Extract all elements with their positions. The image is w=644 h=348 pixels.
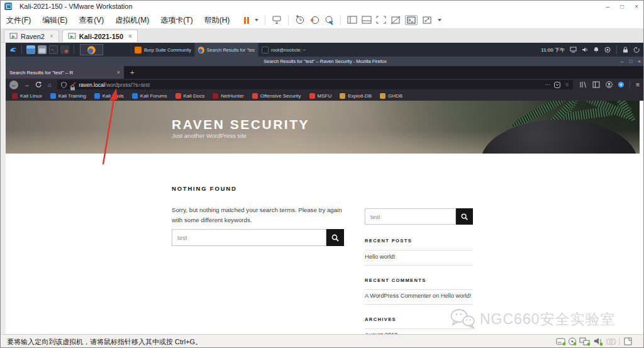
bookmark-exploit-db[interactable]: Exploit-DB	[340, 93, 372, 99]
message-log-icon[interactable]	[625, 338, 631, 345]
main-search-button[interactable]	[326, 229, 344, 246]
revert-snapshot-button[interactable]	[309, 15, 319, 25]
bookmark-msfu[interactable]: MSFU	[309, 93, 332, 99]
bookmark-kali-forums[interactable]: Kali Forums	[132, 93, 167, 99]
show-desktop-icon[interactable]	[26, 45, 35, 54]
lock-screen-icon[interactable]	[623, 47, 628, 53]
vm-maximize-button[interactable]: □	[620, 3, 624, 10]
browser-tab-search-results[interactable]: Search Results for "test" – R ×	[6, 66, 124, 79]
bookmark-offensive-security[interactable]: Offensive Security	[252, 93, 301, 99]
notifications-bell-icon[interactable]	[593, 47, 599, 53]
bookmark-ghdb[interactable]: GHDB	[380, 93, 402, 99]
foxyproxy-icon[interactable]	[618, 82, 624, 87]
manage-snapshots-button[interactable]	[324, 15, 334, 25]
fullscreen-button[interactable]	[376, 16, 386, 25]
menu-icon[interactable]: ≡	[636, 81, 640, 88]
bookmark-kali-training[interactable]: Kali Training	[50, 93, 86, 99]
ff-close-button[interactable]: ×	[638, 59, 641, 64]
library-icon[interactable]	[579, 81, 587, 88]
pause-vm-button[interactable]	[244, 17, 249, 24]
recent-comment-link[interactable]: A WordPress Commenter on Hello world!	[365, 293, 473, 299]
taskbar-item-terminal[interactable]: root@nocircle: ~	[258, 43, 321, 57]
sidebar-search-form	[365, 208, 473, 225]
stretch-view-button[interactable]	[422, 16, 432, 25]
ff-minimize-button[interactable]: –	[621, 59, 623, 64]
menu-edit[interactable]: 编辑(E)	[36, 15, 73, 26]
network-status-icon[interactable]	[604, 47, 611, 53]
account-icon[interactable]	[606, 81, 613, 88]
search-icon	[331, 234, 339, 242]
bookmark-kali-linux[interactable]: Kali Linux	[12, 93, 42, 99]
vm-tabs-bar: Raven2 × Kali-2021-150 ×	[1, 29, 644, 43]
bookmark-label: Exploit-DB	[348, 93, 372, 99]
url-path: /wordpress/?s=test	[105, 82, 150, 88]
vm-close-button[interactable]: ×	[635, 3, 638, 10]
sidebar-toggle-icon[interactable]	[592, 81, 600, 88]
bookmark-nethunter[interactable]: NetHunter	[213, 93, 243, 99]
tab-close-icon[interactable]: ×	[117, 69, 120, 76]
panel-clock[interactable]: 11:00 下午	[541, 47, 565, 53]
bookmark-label: Kali Docs	[184, 93, 205, 99]
power-icon[interactable]	[633, 47, 640, 53]
take-snapshot-button[interactable]	[295, 15, 305, 25]
vm-tab-close-icon[interactable]: ×	[128, 33, 132, 40]
cdrom-status-icon[interactable]	[569, 338, 577, 345]
page-actions-icon[interactable]: ⋯	[545, 82, 550, 87]
menu-view[interactable]: 查看(V)	[73, 15, 109, 26]
url-text[interactable]: raven.local/wordpress/?s=test	[79, 82, 541, 88]
screenshot-tool-icon[interactable]	[60, 45, 69, 54]
vmware-statusbar: 要将输入定向到该虚拟机，请将鼠标指针移入其中或按 Ctrl+G。	[1, 334, 644, 348]
recent-posts-title: RECENT POSTS	[365, 238, 412, 244]
stretch-dropdown-icon[interactable]	[438, 19, 441, 21]
display-icon[interactable]	[570, 47, 577, 53]
menu-tabs[interactable]: 选项卡(T)	[155, 15, 198, 26]
pause-dropdown-icon[interactable]	[255, 19, 258, 21]
insecure-lock-icon[interactable]	[70, 82, 75, 88]
network-adapter-status-icon[interactable]	[580, 338, 590, 345]
bookmark-kali-tools[interactable]: Kali Tools	[94, 93, 124, 99]
ff-maximize-button[interactable]: □	[629, 59, 632, 64]
vm-tab-raven2[interactable]: Raven2 ×	[4, 30, 59, 42]
site-title[interactable]: RAVEN SECURITY	[172, 117, 309, 132]
vm-tab-close-icon[interactable]: ×	[50, 33, 53, 40]
active-app-indicator[interactable]	[80, 44, 103, 55]
console-view-button[interactable]	[405, 15, 418, 25]
terminal-launcher-icon[interactable]: >_	[49, 45, 58, 54]
vm-tab-kali[interactable]: Kali-2021-150 ×	[62, 30, 138, 42]
taskbar-item-burp[interactable]: Burp Suite Community E...	[131, 43, 194, 57]
hard-disk-status-icon[interactable]	[557, 339, 565, 345]
vm-icon	[9, 33, 18, 40]
reload-button[interactable]	[35, 81, 42, 88]
forward-button[interactable]: →	[24, 82, 30, 88]
recent-post-link[interactable]: Hello world!	[365, 254, 473, 260]
sound-status-icon[interactable]	[594, 338, 602, 345]
menu-help[interactable]: 帮助(H)	[199, 15, 236, 26]
menu-file[interactable]: 文件(F)	[1, 15, 36, 26]
bookmark-star-icon[interactable]: ☆	[565, 82, 569, 87]
vm-tab-label: Raven2	[21, 33, 45, 40]
show-thumbnails-button[interactable]	[362, 16, 372, 25]
main-search-input[interactable]	[172, 229, 326, 246]
back-button[interactable]: ←	[9, 81, 18, 89]
show-library-button[interactable]	[347, 16, 357, 25]
bookmark-label: Kali Tools	[103, 93, 124, 99]
volume-icon[interactable]	[582, 47, 588, 53]
home-button[interactable]: ⌂	[48, 82, 51, 88]
new-tab-button[interactable]: +	[130, 69, 134, 76]
bookmark-kali-docs[interactable]: Kali Docs	[175, 93, 205, 99]
sidebar-search-input[interactable]	[365, 208, 456, 225]
camera-status-icon[interactable]	[607, 339, 615, 344]
pocket-icon[interactable]	[554, 82, 560, 88]
send-ctrl-alt-del-button[interactable]	[272, 15, 282, 25]
tracking-shield-icon[interactable]	[61, 82, 67, 88]
vm-minimize-button[interactable]: –	[606, 3, 610, 10]
tab-title: Search Results for "test" – R	[9, 70, 113, 76]
taskbar-item-firefox[interactable]: Search Results for "test"...	[194, 43, 258, 57]
sidebar-search-button[interactable]	[456, 208, 473, 225]
kali-menu-icon[interactable]	[9, 45, 18, 55]
url-bar[interactable]: raven.local/wordpress/?s=test ⋯ ☆	[57, 80, 573, 89]
file-manager-icon[interactable]	[38, 45, 47, 54]
kali-training-icon	[50, 93, 56, 99]
menu-vm[interactable]: 虚拟机(M)	[109, 15, 155, 26]
unity-mode-button[interactable]	[391, 16, 401, 25]
